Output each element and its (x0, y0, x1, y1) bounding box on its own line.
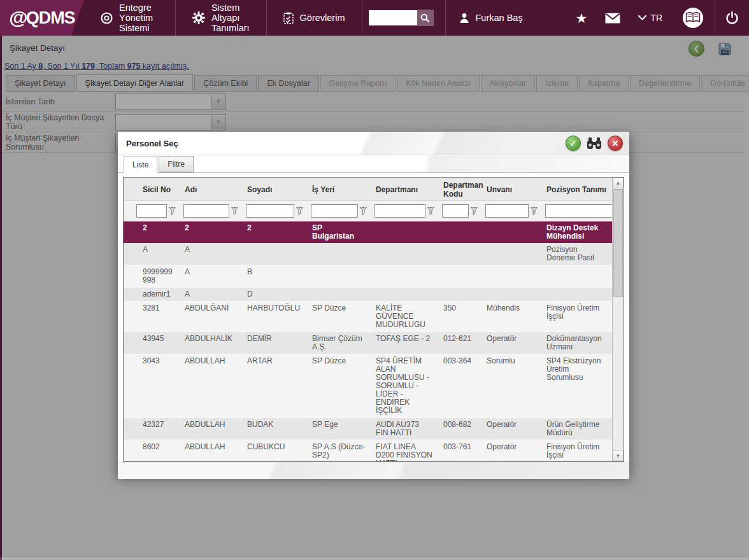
messages-button[interactable] (596, 0, 629, 36)
cell: TOFAŞ EGE - 2 (371, 332, 438, 354)
cell: ABDULLAH (180, 418, 242, 440)
tab-liste[interactable]: Liste (124, 157, 157, 173)
filter-icon[interactable] (231, 207, 238, 215)
table-row[interactable]: AAPozisyon Deneme Pasif (124, 243, 613, 265)
user-menu[interactable]: Furkan Baş (446, 0, 567, 36)
cell: 350 (438, 302, 481, 332)
col-departman-kodu[interactable]: Departman Kodu (438, 178, 481, 200)
menu-item-label: Görevlerim (300, 13, 345, 23)
cell: FIAT LINEA D200 FINISYON HATTI (371, 440, 438, 461)
cell: AUDI AU373 FIN.HATTI (371, 418, 438, 440)
menu-item-entegre-yonetim-sistemi[interactable]: Entegre Yönetim Sistemi (84, 0, 176, 36)
binoculars-icon[interactable] (587, 137, 602, 150)
col-adi[interactable]: Adı (180, 178, 242, 200)
cell (438, 288, 481, 301)
menu-item-gorevlerim[interactable]: Görevlerim (267, 0, 362, 36)
scroll-down-button[interactable]: ▼ (613, 451, 624, 461)
table-row[interactable]: ademir1AD (124, 288, 613, 302)
guide-button[interactable] (671, 0, 715, 36)
filter-cell (541, 201, 613, 221)
table-header-row: Sicil No Adı Soyadı İş Yeri Departmanı D… (124, 178, 613, 201)
filter-input[interactable] (183, 204, 229, 218)
filter-input[interactable] (485, 204, 529, 218)
col-departmani[interactable]: Departmanı (371, 178, 438, 200)
cell: DEMİR (242, 332, 307, 354)
filter-input[interactable] (136, 204, 167, 218)
vertical-scrollbar[interactable]: ▲ ▼ (612, 178, 624, 461)
cell: A (124, 243, 180, 265)
menu-item-sistem-altyapi-tanimlari[interactable]: Sistem Altyapı Tanımları (176, 0, 267, 36)
filter-input[interactable] (374, 204, 425, 218)
filter-input[interactable] (311, 204, 358, 218)
scroll-up-button[interactable]: ▲ (613, 178, 624, 188)
cell: SP Bulgaristan (307, 221, 371, 243)
table-row[interactable]: 43945ABDULHALİKDEMİRBimser Çözüm A.Ş.TOF… (124, 332, 613, 354)
filter-icon[interactable] (531, 207, 538, 215)
language-code: TR (650, 13, 662, 23)
col-pozisyon-tanimi[interactable]: Pozisyon Tanımı (541, 178, 613, 200)
cell: 012-621 (438, 332, 481, 354)
filter-input[interactable] (545, 204, 613, 218)
topbar-search (362, 0, 446, 36)
col-unvani[interactable]: Unvanı (481, 178, 541, 200)
filter-input[interactable] (442, 204, 469, 218)
table-row[interactable]: 222SP BulgaristanDizayn Destek Mühendisi (124, 221, 613, 243)
filter-input[interactable] (246, 204, 294, 218)
user-icon (459, 12, 470, 24)
cell (307, 243, 371, 265)
cell: 2 (242, 221, 307, 243)
cell: HARBUTOĞLU (242, 302, 307, 332)
user-name: Furkan Baş (476, 13, 523, 23)
personel-sec-dialog: Personel Seç ✓ ✕ Liste Filtre Sicil No A… (118, 132, 629, 475)
confirm-button[interactable]: ✓ (566, 136, 581, 151)
cell: ABDULHALİK (180, 332, 242, 354)
cell (438, 221, 481, 243)
search-icon[interactable] (417, 10, 434, 26)
cell (481, 243, 541, 265)
chevron-down-icon (638, 15, 646, 20)
table-row[interactable]: 3043ABDULLAHARTARSP DüzceSP4 ÜRETİM ALAN… (124, 354, 613, 418)
cell: 2 (180, 221, 242, 243)
filter-cell (481, 201, 541, 221)
cell: Sorumlu (481, 354, 541, 417)
tab-filtre[interactable]: Filtre (159, 156, 194, 172)
language-selector[interactable]: TR (629, 0, 671, 36)
col-is-yeri[interactable]: İş Yeri (307, 178, 371, 200)
cell: ademir1 (124, 288, 180, 301)
menu-item-label: Sistem Altyapı Tanımları (211, 3, 250, 33)
cell: 3281 (124, 302, 180, 332)
table-row[interactable]: 8602ABDULLAHCUBUKCUSP A.S (Düzce-SP2)FIA… (124, 440, 613, 461)
col-soyadi[interactable]: Soyadı (242, 178, 307, 200)
scrollbar-thumb[interactable] (613, 189, 623, 297)
favorites-button[interactable]: ★ (567, 0, 597, 36)
cell: 2 (124, 221, 180, 243)
col-sicil-no[interactable]: Sicil No (124, 178, 180, 200)
cell (371, 288, 438, 301)
dialog-title: Personel Seç (118, 139, 178, 148)
table-row[interactable]: 42327ABDULLAHBUDAKSP EgeAUDI AU373 FIN.H… (124, 418, 613, 440)
cell: SP A.S (Düzce-SP2) (307, 440, 371, 461)
search-input[interactable] (369, 10, 417, 25)
cell: SP Düzce (307, 354, 371, 417)
cell (307, 288, 371, 301)
filter-icon[interactable] (360, 207, 367, 215)
filter-icon[interactable] (296, 207, 303, 215)
cell: Bimser Çözüm A.Ş. (307, 332, 371, 354)
book-icon (685, 12, 701, 24)
filter-cell (242, 201, 307, 221)
cell: Operatör (481, 440, 541, 461)
star-icon: ★ (576, 11, 588, 25)
close-button[interactable]: ✕ (608, 136, 623, 151)
filter-icon[interactable] (471, 207, 478, 215)
cell (481, 288, 541, 301)
filter-cell (307, 201, 371, 221)
filter-icon[interactable] (169, 207, 176, 215)
table-row[interactable]: 3281ABDULĞANİHARBUTOĞLUSP DüzceKALİTE GÜ… (124, 302, 613, 332)
filter-icon[interactable] (427, 207, 434, 215)
logout-button[interactable] (715, 0, 749, 36)
qdms-logo[interactable]: @QDMS (0, 0, 84, 36)
filter-cell (371, 201, 438, 221)
dialog-footer (118, 462, 629, 479)
cell (371, 265, 438, 287)
table-row[interactable]: 9999999998AB (124, 265, 613, 288)
